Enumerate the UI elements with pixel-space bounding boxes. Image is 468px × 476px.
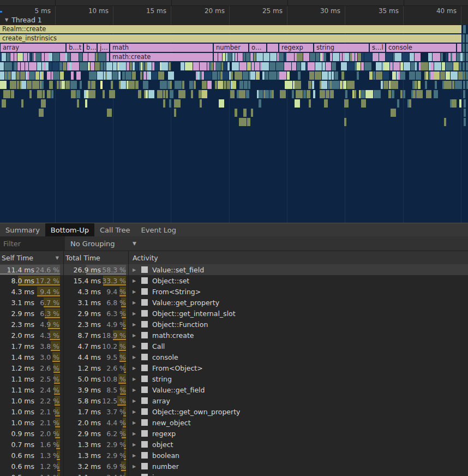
flame-segment[interactable] bbox=[53, 53, 59, 61]
flame-segment[interactable] bbox=[39, 109, 44, 117]
flame-segment[interactable] bbox=[107, 109, 112, 117]
flame-segment[interactable] bbox=[466, 53, 468, 61]
flame-segment[interactable] bbox=[79, 53, 82, 61]
flame-segment[interactable] bbox=[262, 62, 269, 70]
flame-segment[interactable] bbox=[332, 62, 336, 70]
expand-icon[interactable]: ▶ bbox=[133, 344, 138, 349]
flame-segment[interactable] bbox=[379, 53, 385, 61]
flame-segment[interactable] bbox=[373, 53, 379, 61]
expand-icon[interactable]: ▶ bbox=[133, 333, 138, 338]
flame-segment[interactable] bbox=[93, 81, 95, 89]
flame-segment[interactable] bbox=[154, 62, 159, 70]
flame-segment[interactable] bbox=[189, 81, 193, 89]
flame-segment[interactable] bbox=[347, 62, 354, 70]
flame-segment[interactable] bbox=[405, 62, 410, 70]
flame-segment[interactable] bbox=[316, 53, 320, 61]
flame-segment[interactable] bbox=[464, 109, 466, 117]
flame-segment[interactable] bbox=[17, 62, 20, 70]
flame-segment[interactable] bbox=[71, 72, 74, 80]
flame-segment[interactable]: create_instrinsics bbox=[0, 34, 461, 43]
flame-segment[interactable] bbox=[80, 62, 87, 70]
flame-segment[interactable] bbox=[258, 53, 263, 61]
flame-segment[interactable] bbox=[309, 99, 311, 108]
flame-segment[interactable] bbox=[71, 62, 79, 70]
flame-segment[interactable] bbox=[106, 62, 112, 70]
flame-segment[interactable] bbox=[391, 81, 398, 89]
flame-segment[interactable] bbox=[41, 53, 44, 61]
flame-segment[interactable] bbox=[433, 53, 440, 61]
flame-segment[interactable] bbox=[416, 72, 421, 80]
flame-segment[interactable] bbox=[46, 62, 49, 70]
flame-segment[interactable] bbox=[413, 90, 416, 98]
expand-icon[interactable]: ▶ bbox=[133, 355, 138, 360]
flame-segment[interactable] bbox=[355, 53, 357, 61]
flame-segment[interactable] bbox=[251, 109, 253, 117]
flame-segment[interactable]: o… bbox=[249, 44, 266, 52]
flame-segment[interactable] bbox=[118, 72, 121, 80]
flame-segment[interactable] bbox=[238, 53, 243, 61]
flame-segment[interactable] bbox=[200, 99, 202, 108]
flame-segment[interactable] bbox=[88, 53, 95, 61]
flame-segment[interactable] bbox=[21, 62, 25, 70]
flame-segment[interactable] bbox=[231, 72, 233, 80]
flame-segment[interactable] bbox=[0, 81, 7, 89]
flame-segment[interactable] bbox=[466, 44, 468, 52]
flame-segment[interactable] bbox=[347, 81, 355, 89]
flame-segment[interactable] bbox=[440, 72, 445, 80]
expand-icon[interactable]: ▶ bbox=[133, 300, 138, 305]
flame-segment[interactable] bbox=[16, 72, 20, 80]
table-row[interactable]: 1.0 ms2.1 %1.7 ms3.7 %▶Object::get_own_p… bbox=[0, 406, 468, 417]
table-row[interactable]: 1.7 ms3.8 %4.7 ms10.2 %▶Call bbox=[0, 341, 468, 352]
flame-segment[interactable] bbox=[352, 53, 355, 61]
flame-segment[interactable] bbox=[127, 62, 129, 70]
flame-segment[interactable] bbox=[135, 62, 139, 70]
flame-segment[interactable] bbox=[409, 99, 411, 108]
flame-segment[interactable] bbox=[452, 53, 456, 61]
expand-icon[interactable]: ▶ bbox=[133, 442, 138, 447]
table-row[interactable]: 2.0 ms4.3 %8.7 ms18.9 %▶math:create bbox=[0, 330, 468, 341]
flame-segment[interactable] bbox=[391, 109, 396, 117]
flame-segment[interactable] bbox=[20, 72, 25, 80]
flame-segment[interactable] bbox=[251, 62, 254, 70]
flame-segment[interactable] bbox=[392, 72, 396, 80]
flame-segment[interactable] bbox=[307, 90, 310, 98]
flame-segment[interactable] bbox=[428, 53, 432, 61]
flame-segment[interactable] bbox=[243, 72, 248, 80]
expand-icon[interactable]: ▶ bbox=[133, 464, 138, 469]
flame-segment[interactable] bbox=[333, 53, 339, 61]
flame-segment[interactable] bbox=[267, 44, 278, 52]
table-row[interactable]: 1.1 ms2.4 %3.9 ms8.5 %▶Value::get_field bbox=[0, 384, 468, 395]
flame-segment[interactable] bbox=[446, 53, 448, 61]
flame-segment[interactable] bbox=[163, 62, 168, 70]
minimap-strip[interactable] bbox=[0, 0, 468, 6]
flame-segment[interactable] bbox=[143, 72, 146, 80]
flame-segment[interactable] bbox=[446, 62, 453, 70]
flame-segment[interactable] bbox=[244, 81, 248, 89]
flame-segment[interactable] bbox=[232, 53, 235, 61]
flame-segment[interactable] bbox=[446, 72, 450, 80]
flame-segment[interactable] bbox=[421, 62, 428, 70]
flame-segment[interactable] bbox=[62, 81, 65, 89]
flame-segment[interactable] bbox=[193, 62, 199, 70]
flame-segment[interactable] bbox=[49, 62, 52, 70]
flame-segment[interactable] bbox=[88, 90, 95, 98]
flame-segment[interactable] bbox=[308, 62, 315, 70]
flame-segment[interactable] bbox=[444, 81, 452, 89]
flame-segment[interactable] bbox=[214, 53, 218, 61]
flame-segment[interactable] bbox=[51, 81, 53, 89]
flame-segment[interactable] bbox=[250, 72, 255, 80]
flame-segment[interactable] bbox=[113, 62, 117, 70]
flame-segment[interactable] bbox=[4, 62, 12, 70]
flame-segment[interactable] bbox=[453, 62, 459, 70]
flame-segment[interactable] bbox=[265, 72, 268, 80]
flame-segment[interactable] bbox=[434, 72, 440, 80]
flame-segment[interactable] bbox=[27, 81, 32, 89]
expand-icon[interactable]: ▶ bbox=[133, 366, 138, 371]
flame-segment[interactable] bbox=[11, 72, 16, 80]
flame-segment[interactable] bbox=[243, 109, 247, 117]
flame-segment[interactable] bbox=[330, 53, 332, 61]
flame-segment[interactable] bbox=[77, 99, 79, 108]
flame-segment[interactable] bbox=[357, 72, 359, 80]
flame-segment[interactable] bbox=[272, 90, 274, 98]
flame-segment[interactable] bbox=[104, 62, 106, 70]
